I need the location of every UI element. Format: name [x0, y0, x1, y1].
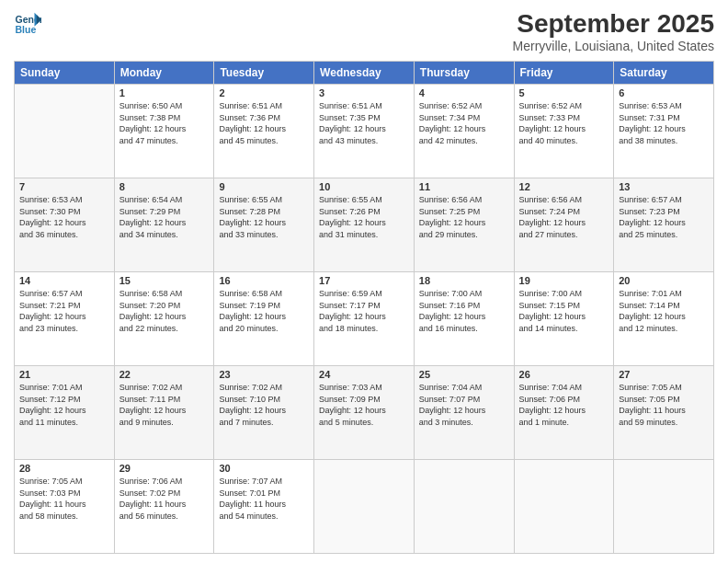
calendar-cell: 30Sunrise: 7:07 AM Sunset: 7:01 PM Dayli… [214, 460, 314, 554]
calendar-cell: 3Sunrise: 6:51 AM Sunset: 7:35 PM Daylig… [314, 85, 415, 178]
day-info: Sunrise: 6:55 AM Sunset: 7:28 PM Dayligh… [219, 194, 309, 240]
day-number: 18 [419, 275, 509, 286]
calendar-cell: 10Sunrise: 6:55 AM Sunset: 7:26 PM Dayli… [314, 178, 415, 272]
day-number: 14 [19, 275, 109, 286]
calendar-cell: 7Sunrise: 6:53 AM Sunset: 7:30 PM Daylig… [15, 178, 115, 272]
logo: General Blue [14, 9, 41, 37]
day-number: 4 [419, 87, 509, 98]
day-info: Sunrise: 6:53 AM Sunset: 7:31 PM Dayligh… [619, 100, 709, 146]
day-info: Sunrise: 6:51 AM Sunset: 7:36 PM Dayligh… [219, 100, 309, 146]
day-info: Sunrise: 6:59 AM Sunset: 7:17 PM Dayligh… [319, 288, 409, 334]
day-info: Sunrise: 6:53 AM Sunset: 7:30 PM Dayligh… [19, 194, 109, 240]
calendar-cell: 15Sunrise: 6:58 AM Sunset: 7:20 PM Dayli… [114, 272, 214, 366]
calendar-cell: 12Sunrise: 6:56 AM Sunset: 7:24 PM Dayli… [514, 178, 614, 272]
day-number: 30 [219, 463, 309, 474]
calendar-cell: 26Sunrise: 7:04 AM Sunset: 7:06 PM Dayli… [514, 366, 614, 460]
calendar-cell: 21Sunrise: 7:01 AM Sunset: 7:12 PM Dayli… [15, 366, 115, 460]
svg-text:Blue: Blue [16, 24, 37, 35]
day-info: Sunrise: 7:00 AM Sunset: 7:15 PM Dayligh… [519, 288, 609, 334]
calendar-cell [614, 460, 714, 554]
calendar-cell [514, 460, 614, 554]
header: General Blue September 2025 Merryville, … [14, 9, 714, 53]
day-info: Sunrise: 7:06 AM Sunset: 7:02 PM Dayligh… [119, 476, 210, 522]
day-number: 23 [219, 369, 309, 380]
day-info: Sunrise: 6:57 AM Sunset: 7:23 PM Dayligh… [619, 194, 709, 240]
calendar-cell: 24Sunrise: 7:03 AM Sunset: 7:09 PM Dayli… [314, 366, 415, 460]
calendar-cell: 9Sunrise: 6:55 AM Sunset: 7:28 PM Daylig… [214, 178, 314, 272]
calendar-cell: 29Sunrise: 7:06 AM Sunset: 7:02 PM Dayli… [114, 460, 214, 554]
subtitle: Merryville, Louisiana, United States [513, 39, 714, 53]
calendar-table: SundayMondayTuesdayWednesdayThursdayFrid… [14, 61, 714, 554]
day-info: Sunrise: 7:02 AM Sunset: 7:11 PM Dayligh… [119, 382, 210, 428]
calendar-cell [15, 85, 115, 178]
day-info: Sunrise: 7:04 AM Sunset: 7:07 PM Dayligh… [419, 382, 509, 428]
day-number: 15 [119, 275, 210, 286]
day-number: 19 [519, 275, 609, 286]
title-block: September 2025 Merryville, Louisiana, Un… [513, 9, 714, 53]
day-info: Sunrise: 6:51 AM Sunset: 7:35 PM Dayligh… [319, 100, 409, 146]
day-number: 11 [419, 181, 509, 192]
page: General Blue September 2025 Merryville, … [0, 0, 728, 563]
calendar-week-row: 14Sunrise: 6:57 AM Sunset: 7:21 PM Dayli… [15, 272, 714, 366]
day-info: Sunrise: 7:00 AM Sunset: 7:16 PM Dayligh… [419, 288, 509, 334]
calendar-week-row: 7Sunrise: 6:53 AM Sunset: 7:30 PM Daylig… [15, 178, 714, 272]
calendar-header-sunday: Sunday [15, 62, 115, 85]
day-number: 8 [119, 181, 210, 192]
calendar-cell: 17Sunrise: 6:59 AM Sunset: 7:17 PM Dayli… [314, 272, 415, 366]
calendar-cell: 13Sunrise: 6:57 AM Sunset: 7:23 PM Dayli… [614, 178, 714, 272]
day-number: 3 [319, 87, 409, 98]
day-info: Sunrise: 7:01 AM Sunset: 7:14 PM Dayligh… [619, 288, 709, 334]
day-number: 24 [319, 369, 409, 380]
calendar-cell: 16Sunrise: 6:58 AM Sunset: 7:19 PM Dayli… [214, 272, 314, 366]
calendar-cell: 6Sunrise: 6:53 AM Sunset: 7:31 PM Daylig… [614, 85, 714, 178]
day-info: Sunrise: 6:52 AM Sunset: 7:34 PM Dayligh… [419, 100, 509, 146]
day-info: Sunrise: 6:58 AM Sunset: 7:19 PM Dayligh… [219, 288, 309, 334]
day-number: 13 [619, 181, 709, 192]
main-title: September 2025 [513, 9, 714, 39]
calendar-cell: 2Sunrise: 6:51 AM Sunset: 7:36 PM Daylig… [214, 85, 314, 178]
day-number: 22 [119, 369, 210, 380]
day-number: 5 [519, 87, 609, 98]
calendar-header-saturday: Saturday [614, 62, 714, 85]
day-number: 29 [119, 463, 210, 474]
calendar-cell: 4Sunrise: 6:52 AM Sunset: 7:34 PM Daylig… [414, 85, 514, 178]
calendar-header-monday: Monday [114, 62, 214, 85]
calendar-cell: 23Sunrise: 7:02 AM Sunset: 7:10 PM Dayli… [214, 366, 314, 460]
day-info: Sunrise: 6:57 AM Sunset: 7:21 PM Dayligh… [19, 288, 109, 334]
calendar-cell: 19Sunrise: 7:00 AM Sunset: 7:15 PM Dayli… [514, 272, 614, 366]
day-info: Sunrise: 7:02 AM Sunset: 7:10 PM Dayligh… [219, 382, 309, 428]
calendar-cell: 11Sunrise: 6:56 AM Sunset: 7:25 PM Dayli… [414, 178, 514, 272]
calendar-cell: 22Sunrise: 7:02 AM Sunset: 7:11 PM Dayli… [114, 366, 214, 460]
calendar-week-row: 1Sunrise: 6:50 AM Sunset: 7:38 PM Daylig… [15, 85, 714, 178]
day-number: 9 [219, 181, 309, 192]
day-info: Sunrise: 6:55 AM Sunset: 7:26 PM Dayligh… [319, 194, 409, 240]
day-info: Sunrise: 6:50 AM Sunset: 7:38 PM Dayligh… [119, 100, 210, 146]
day-number: 25 [419, 369, 509, 380]
day-number: 28 [19, 463, 109, 474]
day-number: 27 [619, 369, 709, 380]
calendar-cell: 25Sunrise: 7:04 AM Sunset: 7:07 PM Dayli… [414, 366, 514, 460]
calendar-header-friday: Friday [514, 62, 614, 85]
day-number: 1 [119, 87, 210, 98]
calendar-cell: 14Sunrise: 6:57 AM Sunset: 7:21 PM Dayli… [15, 272, 115, 366]
calendar-header-wednesday: Wednesday [314, 62, 415, 85]
calendar-cell: 27Sunrise: 7:05 AM Sunset: 7:05 PM Dayli… [614, 366, 714, 460]
day-info: Sunrise: 7:01 AM Sunset: 7:12 PM Dayligh… [19, 382, 109, 428]
day-number: 20 [619, 275, 709, 286]
calendar-week-row: 21Sunrise: 7:01 AM Sunset: 7:12 PM Dayli… [15, 366, 714, 460]
calendar-cell: 18Sunrise: 7:00 AM Sunset: 7:16 PM Dayli… [414, 272, 514, 366]
day-info: Sunrise: 7:04 AM Sunset: 7:06 PM Dayligh… [519, 382, 609, 428]
day-number: 2 [219, 87, 309, 98]
day-info: Sunrise: 6:52 AM Sunset: 7:33 PM Dayligh… [519, 100, 609, 146]
day-number: 21 [19, 369, 109, 380]
calendar-week-row: 28Sunrise: 7:05 AM Sunset: 7:03 PM Dayli… [15, 460, 714, 554]
calendar-cell: 20Sunrise: 7:01 AM Sunset: 7:14 PM Dayli… [614, 272, 714, 366]
calendar-cell: 5Sunrise: 6:52 AM Sunset: 7:33 PM Daylig… [514, 85, 614, 178]
calendar-cell: 8Sunrise: 6:54 AM Sunset: 7:29 PM Daylig… [114, 178, 214, 272]
day-number: 10 [319, 181, 409, 192]
day-number: 26 [519, 369, 609, 380]
calendar-cell: 28Sunrise: 7:05 AM Sunset: 7:03 PM Dayli… [15, 460, 115, 554]
day-number: 12 [519, 181, 609, 192]
calendar-header-thursday: Thursday [414, 62, 514, 85]
day-info: Sunrise: 6:56 AM Sunset: 7:25 PM Dayligh… [419, 194, 509, 240]
